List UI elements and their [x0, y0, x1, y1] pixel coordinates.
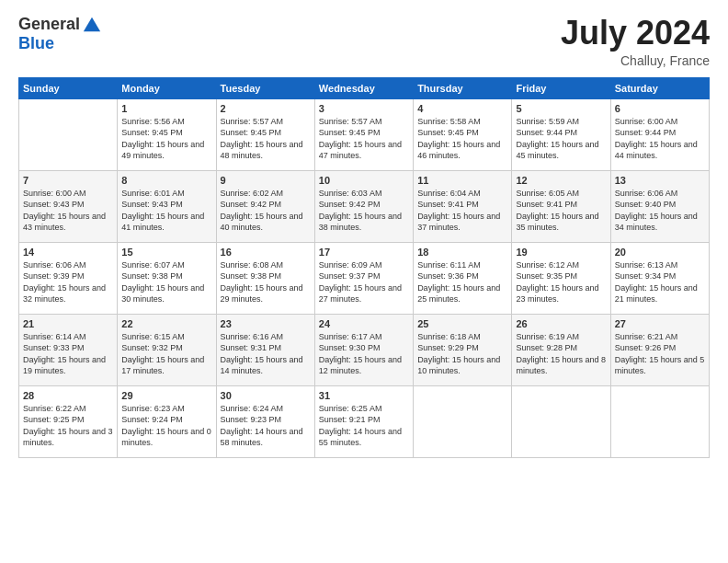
- calendar-cell: 23Sunrise: 6:16 AMSunset: 9:31 PMDayligh…: [216, 314, 314, 385]
- calendar-cell: [512, 385, 610, 457]
- cell-content: Sunrise: 6:01 AMSunset: 9:43 PMDaylight:…: [121, 188, 211, 234]
- col-header-tuesday: Tuesday: [216, 77, 314, 98]
- calendar-cell: 17Sunrise: 6:09 AMSunset: 9:37 PMDayligh…: [314, 242, 413, 314]
- cell-content: Sunrise: 6:22 AMSunset: 9:25 PMDaylight:…: [23, 403, 113, 449]
- day-number: 2: [221, 103, 311, 114]
- day-number: 5: [516, 103, 606, 114]
- calendar-cell: 30Sunrise: 6:24 AMSunset: 9:23 PMDayligh…: [216, 385, 314, 457]
- day-number: 1: [121, 103, 211, 114]
- cell-content: Sunrise: 6:18 AMSunset: 9:29 PMDaylight:…: [417, 331, 507, 377]
- cell-content: Sunrise: 6:16 AMSunset: 9:31 PMDaylight:…: [221, 331, 311, 377]
- week-row-2: 7Sunrise: 6:00 AMSunset: 9:43 PMDaylight…: [19, 170, 710, 242]
- calendar-cell: 28Sunrise: 6:22 AMSunset: 9:25 PMDayligh…: [19, 385, 118, 457]
- cell-content: Sunrise: 6:25 AMSunset: 9:21 PMDaylight:…: [319, 403, 409, 449]
- calendar-cell: 31Sunrise: 6:25 AMSunset: 9:21 PMDayligh…: [314, 385, 413, 457]
- calendar-cell: 21Sunrise: 6:14 AMSunset: 9:33 PMDayligh…: [19, 314, 118, 385]
- cell-content: Sunrise: 6:17 AMSunset: 9:30 PMDaylight:…: [319, 331, 409, 377]
- day-number: 10: [319, 175, 409, 186]
- day-number: 11: [417, 175, 507, 186]
- header: General Blue July 2024 Challuy, France: [18, 15, 710, 68]
- day-number: 23: [221, 318, 311, 329]
- day-number: 16: [221, 247, 311, 258]
- day-number: 21: [23, 318, 113, 329]
- calendar-cell: 3Sunrise: 5:57 AMSunset: 9:45 PMDaylight…: [314, 98, 413, 170]
- cell-content: Sunrise: 6:00 AMSunset: 9:44 PMDaylight:…: [615, 116, 705, 162]
- calendar-cell: 11Sunrise: 6:04 AMSunset: 9:41 PMDayligh…: [414, 170, 512, 242]
- calendar-cell: 16Sunrise: 6:08 AMSunset: 9:38 PMDayligh…: [216, 242, 314, 314]
- page: General Blue July 2024 Challuy, France S…: [0, 0, 728, 563]
- cell-content: Sunrise: 6:14 AMSunset: 9:33 PMDaylight:…: [23, 331, 113, 377]
- day-number: 22: [121, 318, 211, 329]
- day-number: 12: [516, 175, 606, 186]
- cell-content: Sunrise: 5:56 AMSunset: 9:45 PMDaylight:…: [121, 116, 211, 162]
- week-row-1: 1Sunrise: 5:56 AMSunset: 9:45 PMDaylight…: [19, 98, 710, 170]
- week-row-3: 14Sunrise: 6:06 AMSunset: 9:39 PMDayligh…: [19, 242, 710, 314]
- cell-content: Sunrise: 6:04 AMSunset: 9:41 PMDaylight:…: [417, 188, 507, 234]
- calendar-cell: 9Sunrise: 6:02 AMSunset: 9:42 PMDaylight…: [216, 170, 314, 242]
- day-number: 31: [319, 390, 409, 401]
- calendar-cell: 24Sunrise: 6:17 AMSunset: 9:30 PMDayligh…: [314, 314, 413, 385]
- calendar-cell: 12Sunrise: 6:05 AMSunset: 9:41 PMDayligh…: [512, 170, 610, 242]
- cell-content: Sunrise: 6:24 AMSunset: 9:23 PMDaylight:…: [221, 403, 311, 449]
- calendar-cell: 8Sunrise: 6:01 AMSunset: 9:43 PMDaylight…: [118, 170, 216, 242]
- day-number: 6: [615, 103, 705, 114]
- day-number: 9: [221, 175, 311, 186]
- week-row-5: 28Sunrise: 6:22 AMSunset: 9:25 PMDayligh…: [19, 385, 710, 457]
- svg-marker-0: [84, 17, 100, 32]
- calendar-cell: 18Sunrise: 6:11 AMSunset: 9:36 PMDayligh…: [414, 242, 512, 314]
- cell-content: Sunrise: 6:05 AMSunset: 9:41 PMDaylight:…: [516, 188, 606, 234]
- calendar-cell: 10Sunrise: 6:03 AMSunset: 9:42 PMDayligh…: [314, 170, 413, 242]
- col-header-friday: Friday: [512, 77, 610, 98]
- day-number: 18: [417, 247, 507, 258]
- calendar-cell: 7Sunrise: 6:00 AMSunset: 9:43 PMDaylight…: [19, 170, 118, 242]
- day-number: 24: [319, 318, 409, 329]
- cell-content: Sunrise: 6:21 AMSunset: 9:26 PMDaylight:…: [615, 331, 705, 377]
- col-header-monday: Monday: [118, 77, 216, 98]
- calendar-cell: 25Sunrise: 6:18 AMSunset: 9:29 PMDayligh…: [414, 314, 512, 385]
- calendar-cell: 13Sunrise: 6:06 AMSunset: 9:40 PMDayligh…: [610, 170, 709, 242]
- calendar-cell: 22Sunrise: 6:15 AMSunset: 9:32 PMDayligh…: [118, 314, 216, 385]
- location-text: Challuy, France: [561, 53, 710, 68]
- calendar-table: SundayMondayTuesdayWednesdayThursdayFrid…: [18, 77, 710, 458]
- cell-content: Sunrise: 6:07 AMSunset: 9:38 PMDaylight:…: [121, 259, 211, 305]
- calendar-cell: 4Sunrise: 5:58 AMSunset: 9:45 PMDaylight…: [414, 98, 512, 170]
- day-number: 15: [121, 247, 211, 258]
- title-area: July 2024 Challuy, France: [561, 15, 710, 68]
- calendar-cell: 2Sunrise: 5:57 AMSunset: 9:45 PMDaylight…: [216, 98, 314, 170]
- cell-content: Sunrise: 6:09 AMSunset: 9:37 PMDaylight:…: [319, 259, 409, 305]
- day-number: 26: [516, 318, 606, 329]
- logo-general-text: General: [18, 16, 80, 34]
- calendar-cell: 15Sunrise: 6:07 AMSunset: 9:38 PMDayligh…: [118, 242, 216, 314]
- calendar-cell: [610, 385, 709, 457]
- cell-content: Sunrise: 5:59 AMSunset: 9:44 PMDaylight:…: [516, 116, 606, 162]
- day-number: 27: [615, 318, 705, 329]
- cell-content: Sunrise: 6:12 AMSunset: 9:35 PMDaylight:…: [516, 259, 606, 305]
- col-header-saturday: Saturday: [610, 77, 709, 98]
- cell-content: Sunrise: 6:15 AMSunset: 9:32 PMDaylight:…: [121, 331, 211, 377]
- calendar-cell: 5Sunrise: 5:59 AMSunset: 9:44 PMDaylight…: [512, 98, 610, 170]
- col-header-sunday: Sunday: [19, 77, 118, 98]
- day-number: 28: [23, 390, 113, 401]
- cell-content: Sunrise: 6:23 AMSunset: 9:24 PMDaylight:…: [121, 403, 211, 449]
- cell-content: Sunrise: 6:03 AMSunset: 9:42 PMDaylight:…: [319, 188, 409, 234]
- logo-icon: [82, 15, 102, 35]
- calendar-cell: [19, 98, 118, 170]
- calendar-cell: 29Sunrise: 6:23 AMSunset: 9:24 PMDayligh…: [118, 385, 216, 457]
- header-row: SundayMondayTuesdayWednesdayThursdayFrid…: [19, 77, 710, 98]
- cell-content: Sunrise: 5:58 AMSunset: 9:45 PMDaylight:…: [417, 116, 507, 162]
- col-header-thursday: Thursday: [414, 77, 512, 98]
- cell-content: Sunrise: 6:06 AMSunset: 9:40 PMDaylight:…: [615, 188, 705, 234]
- week-row-4: 21Sunrise: 6:14 AMSunset: 9:33 PMDayligh…: [19, 314, 710, 385]
- day-number: 17: [319, 247, 409, 258]
- day-number: 8: [121, 175, 211, 186]
- day-number: 13: [615, 175, 705, 186]
- cell-content: Sunrise: 6:06 AMSunset: 9:39 PMDaylight:…: [23, 259, 113, 305]
- calendar-cell: 14Sunrise: 6:06 AMSunset: 9:39 PMDayligh…: [19, 242, 118, 314]
- calendar-cell: 26Sunrise: 6:19 AMSunset: 9:28 PMDayligh…: [512, 314, 610, 385]
- cell-content: Sunrise: 5:57 AMSunset: 9:45 PMDaylight:…: [319, 116, 409, 162]
- day-number: 29: [121, 390, 211, 401]
- cell-content: Sunrise: 6:00 AMSunset: 9:43 PMDaylight:…: [23, 188, 113, 234]
- col-header-wednesday: Wednesday: [314, 77, 413, 98]
- day-number: 19: [516, 247, 606, 258]
- calendar-cell: 27Sunrise: 6:21 AMSunset: 9:26 PMDayligh…: [610, 314, 709, 385]
